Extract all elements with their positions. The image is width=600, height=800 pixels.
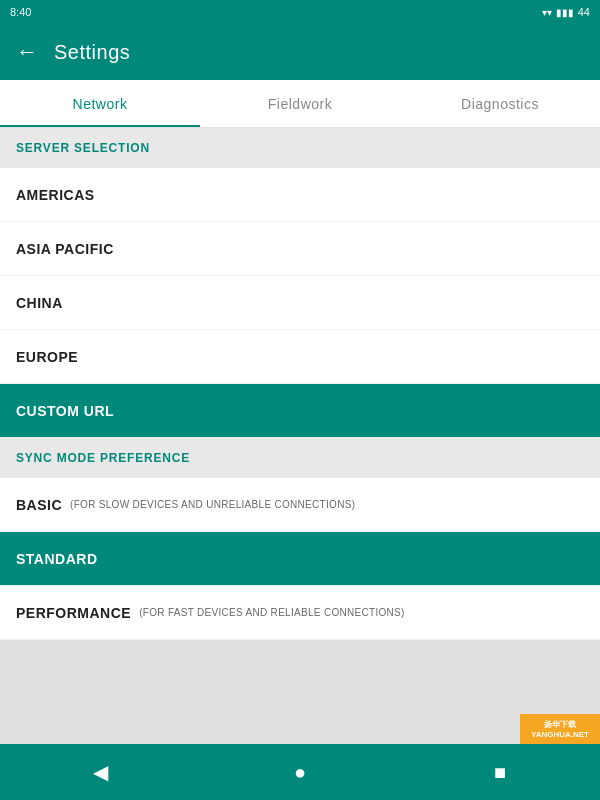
server-item-china[interactable]: CHINA: [0, 276, 600, 330]
status-bar-left: 8:40: [10, 6, 31, 18]
nav-home-button[interactable]: ●: [280, 752, 320, 792]
battery-icon: ▮▮▮: [556, 7, 574, 18]
status-time: 8:40: [10, 6, 31, 18]
wifi-icon: ▾▾: [542, 7, 552, 18]
server-item-europe[interactable]: EUROPE: [0, 330, 600, 384]
back-button[interactable]: ←: [16, 39, 38, 65]
server-item-custom-url[interactable]: CUSTOM URL: [0, 384, 600, 438]
status-bar: 8:40 ▾▾ ▮▮▮ 44: [0, 0, 600, 24]
nav-back-button[interactable]: ◀: [80, 752, 120, 792]
sync-item-performance[interactable]: PERFORMANCE (FOR FAST DEVICES AND RELIAB…: [0, 586, 600, 640]
status-bar-right: ▾▾ ▮▮▮ 44: [542, 6, 590, 18]
sync-item-basic[interactable]: BASIC (FOR SLOW DEVICES AND UNRELIABLE C…: [0, 478, 600, 532]
sync-mode-header: SYNC MODE PREFERENCE: [0, 438, 600, 478]
nav-recent-button[interactable]: ■: [480, 752, 520, 792]
battery-level: 44: [578, 6, 590, 18]
tab-network[interactable]: Network: [0, 80, 200, 127]
sync-mode-label: SYNC MODE PREFERENCE: [16, 451, 190, 465]
server-item-americas[interactable]: AMERICAS: [0, 168, 600, 222]
server-item-asia-pacific[interactable]: ASIA PACIFIC: [0, 222, 600, 276]
server-selection-header: SERVER SELECTION: [0, 128, 600, 168]
server-selection-label: SERVER SELECTION: [16, 141, 150, 155]
content-area: SERVER SELECTION AMERICAS ASIA PACIFIC C…: [0, 128, 600, 640]
app-bar: ← Settings: [0, 24, 600, 80]
page-title: Settings: [54, 41, 130, 64]
tab-fieldwork[interactable]: Fieldwork: [200, 80, 400, 127]
tab-bar: Network Fieldwork Diagnostics: [0, 80, 600, 128]
watermark: 扬华下载 YANGHUA.NET: [520, 714, 600, 744]
tab-diagnostics[interactable]: Diagnostics: [400, 80, 600, 127]
sync-item-standard[interactable]: STANDARD: [0, 532, 600, 586]
bottom-nav: ◀ ● ■: [0, 744, 600, 800]
